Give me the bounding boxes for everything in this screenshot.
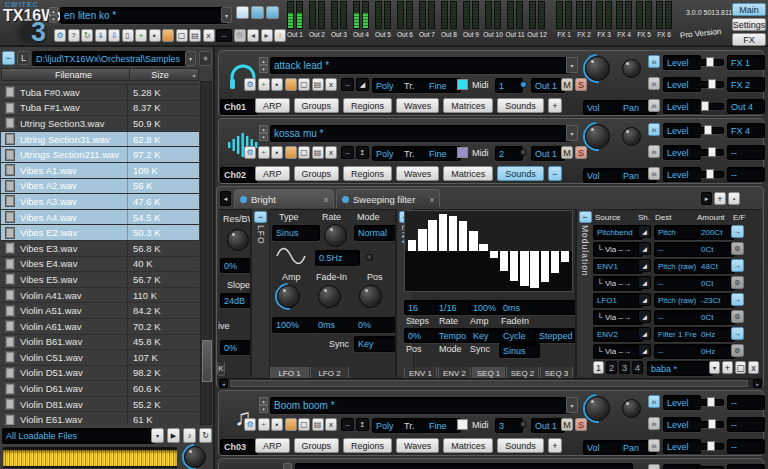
filter-tab-partial[interactable]: K [217, 362, 225, 376]
lfo-pos-value[interactable]: 0% [354, 317, 400, 333]
tab-arp[interactable]: ARP [255, 438, 290, 453]
partial-level-icon[interactable] [648, 464, 660, 469]
mod-ef-icon[interactable]: → [731, 293, 744, 306]
midi-channel-field[interactable]: 2 [495, 146, 523, 161]
delete-icon[interactable]: x [325, 78, 337, 91]
mod-page-2[interactable]: 2 [606, 361, 617, 374]
mute-button[interactable]: M [561, 418, 573, 431]
mute-button[interactable]: M [561, 78, 573, 91]
program-dropdown-icon[interactable]: ▾ [566, 125, 578, 141]
settings-icon[interactable]: ⚙ [244, 418, 256, 431]
dash-button[interactable]: -- [341, 146, 354, 159]
folder-icon[interactable] [285, 418, 297, 431]
file-row[interactable]: Violin A51.wav84.2 K [1, 303, 199, 319]
help-icon[interactable]: ? [68, 29, 80, 42]
file-row[interactable]: Vibes E2.wav50.3 K [1, 225, 199, 241]
modulation-collapse-button[interactable]: − [579, 211, 592, 223]
seq-step-bar[interactable] [490, 251, 498, 258]
file-row[interactable]: Vibes E4.wav40 K [1, 257, 199, 273]
mod-page-3[interactable]: 3 [619, 361, 630, 374]
lfo-amp-knob[interactable] [275, 283, 302, 310]
ramp-icon[interactable]: ◢ [356, 78, 369, 91]
output-select-field[interactable]: Out 1 [531, 78, 565, 93]
mod-settings-icon[interactable]: ⚙ [731, 344, 744, 357]
volume-label-field[interactable]: Vol [583, 168, 623, 183]
scrollbar-thumb[interactable] [202, 340, 212, 382]
seq-rate-value[interactable]: 1/16 [435, 300, 473, 315]
layout-button-3[interactable] [266, 6, 279, 19]
mod-page-1[interactable]: 1 [593, 361, 604, 374]
lfo-rate-fine-knob[interactable] [364, 252, 375, 263]
program-dropdown-icon[interactable]: ▾ [566, 397, 578, 413]
copy-icon[interactable]: ▤ [312, 418, 324, 431]
pan-knob[interactable] [620, 125, 643, 148]
slider-thumb[interactable] [706, 169, 714, 179]
tab-sweeping-filter[interactable]: Sweeping filter x [336, 189, 440, 208]
tab-waves[interactable]: Waves [396, 166, 439, 181]
volume-label-field[interactable]: Vol [583, 440, 623, 455]
file-row[interactable]: Violin A41.wav110 K [1, 288, 199, 304]
editor-h-scrollbar[interactable]: ◂ ▸ [219, 378, 762, 388]
resbw-knob[interactable] [225, 227, 251, 253]
mod-source-field[interactable]: └ Via –→ [593, 344, 643, 359]
send-level-slider[interactable] [696, 77, 724, 90]
volume-knob[interactable] [583, 122, 612, 151]
send-meter-icon[interactable]: ılı [648, 417, 660, 430]
mod-source-field[interactable]: Pitchbend [593, 225, 643, 240]
tab-close-icon[interactable]: x [324, 195, 328, 204]
folder-icon[interactable] [285, 146, 297, 159]
send-dest-field[interactable]: -- [727, 417, 765, 432]
file-row[interactable]: Vibes E3.wav56.8 K [1, 241, 199, 257]
browser-lock-button[interactable]: L [17, 51, 30, 65]
program-spin-down[interactable]: ▾ [259, 65, 268, 73]
send-meter-icon[interactable]: ılı [648, 395, 660, 408]
channel-color-swatch[interactable] [457, 147, 468, 158]
mod-source-field[interactable]: LFO1 [593, 293, 643, 308]
mod-source-field[interactable]: ENV1 [593, 259, 643, 274]
loop-icon[interactable]: ↻ [199, 428, 212, 443]
mod-ef-icon[interactable]: → [731, 259, 744, 272]
browser-collapse-button[interactable]: − [2, 51, 15, 65]
mod-preset-select[interactable]: baba * [647, 361, 713, 376]
program-name-field[interactable]: attack lead * [270, 57, 571, 74]
mod-dest-field[interactable]: Pitch (raw) [654, 259, 702, 274]
program-spin-up[interactable]: ▴ [49, 7, 58, 15]
program-spin-down[interactable]: ▾ [259, 133, 268, 141]
layout-button-1[interactable] [236, 6, 249, 19]
send-dest-field[interactable]: -- [727, 145, 765, 160]
send-meter-icon[interactable]: ılı [648, 123, 660, 136]
mod-shape-icon[interactable]: ◢ [638, 327, 651, 340]
program-name-field[interactable]: kossa mu * [270, 125, 571, 142]
seq-fade-value[interactable]: 0ms [499, 300, 581, 315]
file-row[interactable]: Utrings Section211.wav97.2 K [1, 147, 199, 163]
tab-sounds[interactable]: Sounds [497, 98, 544, 113]
tab-arp[interactable]: ARP [255, 166, 290, 181]
send-level-slider[interactable] [696, 439, 724, 452]
lfo-rate-knob[interactable] [322, 222, 349, 249]
mod-dest-field[interactable]: Pitch [654, 225, 702, 240]
lfo-amp-value[interactable]: 100% [272, 317, 319, 333]
file-row[interactable]: Violin D81.wav55.2 K [1, 397, 199, 413]
send-dest-field[interactable]: -- [727, 167, 765, 182]
midi-mini-knob[interactable] [520, 149, 527, 156]
seq-step-bar[interactable] [459, 221, 467, 251]
mod-amount-field[interactable]: 0Ct [697, 310, 735, 325]
tab-options-button[interactable]: ▪ [728, 192, 740, 205]
send-dest-field[interactable]: -- [727, 439, 765, 454]
mod-shape-icon[interactable]: ◢ [638, 242, 651, 255]
send-dest-field[interactable]: FX 4 [727, 123, 765, 138]
tab-scroll-right-icon[interactable]: ▸ [701, 192, 712, 205]
mod-ef-icon[interactable]: → [731, 327, 744, 340]
remove-icon[interactable]: ▪ [149, 29, 161, 42]
volume-knob[interactable] [583, 394, 612, 423]
tab-arp[interactable]: ARP [255, 98, 290, 113]
path-field[interactable]: D:\ljud\TX16Wx\Orchestral\Samples [32, 51, 192, 66]
mod-dest-field[interactable]: -- [654, 276, 702, 291]
trash-icon[interactable]: ▯ [122, 29, 134, 42]
file-row[interactable]: Vibes A4.wav54.5 K [1, 210, 199, 226]
mod-shape-icon[interactable]: ◢ [638, 293, 651, 306]
file-row[interactable]: Violin D61.wav60.6 K [1, 381, 199, 397]
send-meter-icon[interactable]: ılı [648, 167, 660, 180]
slider-thumb[interactable] [708, 419, 716, 429]
tab-regions[interactable]: Regions [343, 98, 392, 113]
